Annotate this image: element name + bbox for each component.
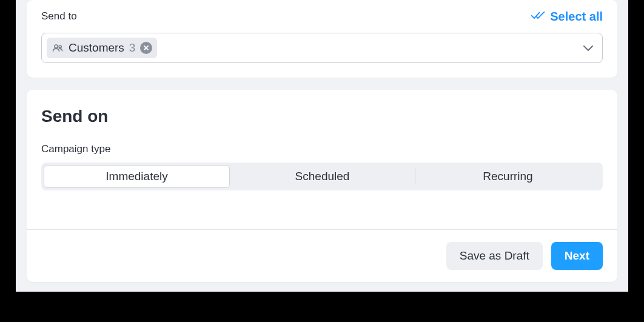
save-as-draft-button[interactable]: Save as Draft — [446, 242, 543, 270]
users-icon — [52, 43, 64, 53]
send-on-card: Send on Campaign type Immediately Schedu… — [27, 90, 617, 282]
chevron-down-icon[interactable] — [583, 44, 594, 52]
svg-point-0 — [55, 45, 58, 48]
tag-count: 3 — [129, 41, 136, 55]
tag-name: Customers — [69, 41, 124, 55]
next-button[interactable]: Next — [551, 242, 603, 270]
remove-tag-button[interactable] — [140, 42, 152, 54]
send-on-title: Send on — [41, 107, 603, 126]
close-icon — [143, 45, 149, 51]
double-check-icon — [531, 9, 545, 24]
send-to-select[interactable]: Customers 3 — [41, 33, 603, 63]
send-to-card: Send to Select all — [27, 0, 617, 78]
send-to-label: Send to — [41, 10, 77, 22]
campaign-type-segmented: Immediately Scheduled Recurring — [41, 163, 603, 190]
campaign-type-label: Campaign type — [41, 143, 603, 155]
campaign-type-recurring[interactable]: Recurring — [415, 165, 600, 188]
select-all-button[interactable]: Select all — [531, 9, 603, 24]
send-to-header: Send to Select all — [41, 0, 603, 27]
campaign-type-immediately[interactable]: Immediately — [44, 165, 230, 188]
recipient-tag: Customers 3 — [47, 38, 157, 58]
select-all-label: Select all — [550, 10, 603, 24]
footer-actions: Save as Draft Next — [27, 229, 617, 282]
campaign-type-scheduled[interactable]: Scheduled — [230, 165, 415, 188]
svg-point-1 — [59, 45, 61, 48]
